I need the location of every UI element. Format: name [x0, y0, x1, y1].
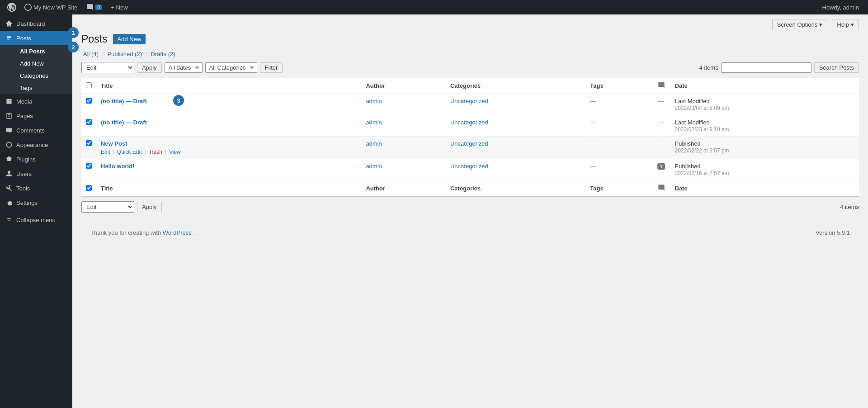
- search-posts-button[interactable]: Search Posts: [814, 62, 859, 73]
- sidebar-item-tools[interactable]: Tools: [0, 181, 72, 195]
- sidebar-item-categories[interactable]: Categories: [16, 70, 72, 82]
- col-footer-title: Title: [96, 180, 361, 197]
- categories-filter-select[interactable]: All Categories: [205, 62, 257, 73]
- help-button[interactable]: Help ▾: [832, 19, 859, 30]
- page-title: Posts: [81, 33, 108, 45]
- apply-button-bottom[interactable]: Apply: [137, 202, 162, 212]
- row-2-check: [81, 115, 96, 137]
- table-header-row: Title Author Categories Tags Date: [81, 78, 859, 94]
- row-1-comments: —: [652, 94, 670, 115]
- tutorial-bubble-3: 3: [173, 95, 184, 106]
- collapse-menu[interactable]: Collapse menu: [0, 212, 72, 228]
- sidebar-label-posts: Posts: [16, 35, 31, 42]
- row-3-checkbox[interactable]: [86, 140, 92, 146]
- adminbar-site[interactable]: My New WP Site: [20, 0, 82, 14]
- row-4-title-link[interactable]: Hello world!: [101, 163, 134, 170]
- col-header-title: Title: [96, 78, 361, 94]
- row-2-title-link[interactable]: (no title) — Draft: [101, 119, 147, 126]
- select-all-checkbox-bottom[interactable]: [86, 185, 92, 191]
- row-3-view-link[interactable]: View: [169, 149, 181, 155]
- row-2-author-link[interactable]: admin: [366, 119, 382, 126]
- filter-tab-drafts[interactable]: Drafts (2): [149, 51, 177, 57]
- sidebar-item-pages[interactable]: Pages: [0, 109, 72, 123]
- sidebar-item-posts[interactable]: Posts 1: [0, 31, 72, 45]
- comment-count: 0: [95, 5, 102, 10]
- row-4-tags: —: [585, 159, 652, 180]
- apply-button-top[interactable]: Apply: [137, 62, 162, 73]
- sidebar-item-plugins[interactable]: Plugins: [0, 152, 72, 166]
- add-new-button[interactable]: Add New: [113, 34, 146, 44]
- row-3-quick-edit-link[interactable]: Quick Edit: [117, 149, 142, 155]
- sidebar-item-tags[interactable]: Tags: [16, 82, 72, 94]
- screen-options-button[interactable]: Screen Options ▾: [772, 19, 828, 30]
- main-content: Screen Options ▾ Help ▾ Posts Add New Al…: [72, 14, 868, 408]
- site-name: My New WP Site: [33, 4, 77, 11]
- sidebar-sub-label-tags: Tags: [20, 85, 32, 91]
- bulk-action-select-bottom[interactable]: Edit Move to Trash: [81, 201, 134, 213]
- row-4-cat-link[interactable]: Uncategorized: [450, 163, 488, 170]
- row-1-checkbox[interactable]: [86, 98, 92, 104]
- row-1-tags: —: [585, 94, 652, 115]
- sidebar-item-settings[interactable]: Settings: [0, 195, 72, 210]
- sidebar-item-appearance[interactable]: Appearance: [0, 138, 72, 152]
- sidebar-item-dashboard[interactable]: Dashboard: [0, 16, 72, 31]
- row-3-trash-link[interactable]: Trash: [149, 149, 162, 155]
- sidebar-label-pages: Pages: [16, 113, 33, 119]
- row-1-title: (no title) — Draft 3: [96, 94, 361, 115]
- adminbar-new[interactable]: + New: [106, 0, 132, 14]
- col-footer-check: [81, 180, 96, 197]
- row-1-title-link[interactable]: (no title) — Draft: [101, 98, 147, 104]
- row-1-cat-link[interactable]: Uncategorized: [450, 98, 488, 104]
- filter-button[interactable]: Filter: [260, 62, 283, 73]
- sidebar-item-all-posts[interactable]: All Posts 2: [16, 45, 72, 57]
- row-3-author-link[interactable]: admin: [366, 140, 382, 147]
- row-1-author: admin: [361, 94, 446, 115]
- row-4-checkbox[interactable]: [86, 163, 92, 169]
- sidebar-label-tools: Tools: [16, 185, 30, 192]
- filter-tab-published[interactable]: Published (2): [105, 51, 144, 57]
- search-input[interactable]: [721, 62, 811, 73]
- row-4-comments: 1: [652, 159, 670, 180]
- row-4-category: Uncategorized: [446, 159, 585, 180]
- row-2-date: Last Modified 2022/02/23 at 9:10 am: [670, 115, 859, 137]
- footer-thank-you: Thank you for creating with WordPress .: [90, 229, 195, 236]
- footer-wp-link[interactable]: WordPress: [163, 229, 193, 236]
- row-2-tags: —: [585, 115, 652, 137]
- sidebar-item-add-new[interactable]: Add New: [16, 57, 72, 70]
- sidebar-sub-label-add-new: Add New: [20, 60, 44, 67]
- row-4-check: [81, 159, 96, 180]
- col-header-categories: Categories: [446, 78, 585, 94]
- posts-table: Title Author Categories Tags Date: [81, 78, 859, 197]
- items-count-top: 4 items: [699, 64, 718, 71]
- row-3-cat-link[interactable]: Uncategorized: [450, 140, 488, 147]
- sidebar-label-comments: Comments: [16, 127, 45, 134]
- sidebar-item-media[interactable]: Media: [0, 94, 72, 109]
- sidebar-label-settings: Settings: [16, 199, 38, 206]
- col-footer-author: Author: [361, 180, 446, 197]
- row-2-cat-link[interactable]: Uncategorized: [450, 119, 488, 126]
- sidebar-label-dashboard: Dashboard: [16, 20, 45, 27]
- row-2-checkbox[interactable]: [86, 119, 92, 125]
- row-3-author: admin: [361, 137, 446, 159]
- row-1-category: Uncategorized: [446, 94, 585, 115]
- adminbar-comments[interactable]: 0: [82, 0, 106, 14]
- row-3-edit-link[interactable]: Edit: [101, 149, 110, 155]
- select-all-checkbox-top[interactable]: [86, 82, 92, 88]
- row-3-comments: —: [652, 137, 670, 159]
- row-4-author-link[interactable]: admin: [366, 163, 382, 170]
- bulk-action-select-top[interactable]: Edit Move to Trash: [81, 62, 134, 73]
- sidebar-item-users[interactable]: Users: [0, 166, 72, 181]
- filter-tab-all[interactable]: All (4): [81, 51, 100, 57]
- row-4-author: admin: [361, 159, 446, 180]
- wp-logo[interactable]: [4, 3, 20, 12]
- sidebar-item-comments[interactable]: Comments: [0, 123, 72, 138]
- row-1-author-link[interactable]: admin: [366, 98, 382, 104]
- col-footer-tags: Tags: [585, 180, 652, 197]
- row-3-title-link[interactable]: New Post: [101, 140, 127, 147]
- dates-filter-select[interactable]: All dates: [165, 62, 203, 73]
- col-header-author: Author: [361, 78, 446, 94]
- filter-tabs: All (4) | Published (2) | Drafts (2): [81, 51, 859, 57]
- row-4-title: Hello world!: [96, 159, 361, 180]
- col-header-date: Date: [670, 78, 859, 94]
- sidebar-posts-sub: All Posts 2 Add New Categories Tags: [0, 45, 72, 94]
